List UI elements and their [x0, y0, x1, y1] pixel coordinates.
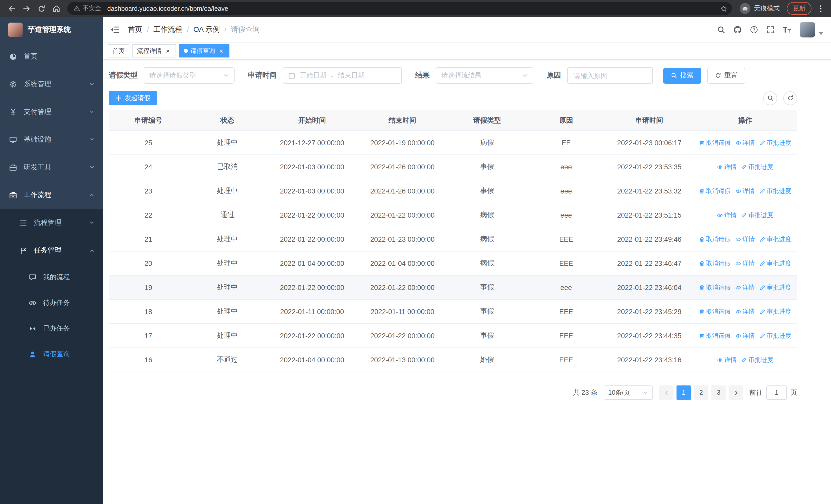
action-detail-link[interactable]: 详情: [717, 355, 737, 364]
sidebar-menu: 首页系统管理支付管理基础设施研发工具工作流程流程管理任务管理我的流程待办任务已办…: [0, 42, 103, 367]
action-label: 详情: [724, 355, 737, 364]
reason-input[interactable]: [567, 67, 653, 84]
toggle-search-button[interactable]: [763, 91, 777, 105]
submenu-workflow: 流程管理任务管理我的流程待办任务已办任务请假查询: [0, 209, 103, 367]
action-detail-link[interactable]: 详情: [717, 162, 737, 171]
cell-actions: 取消请假详情审批进度: [693, 179, 797, 203]
help-button[interactable]: [746, 22, 762, 37]
sidebar-item-process-management[interactable]: 流程管理: [0, 209, 103, 237]
tab-leave-query[interactable]: 请假查询×: [179, 44, 229, 58]
end-date-placeholder: 结束日期: [338, 71, 365, 80]
action-cancel-link[interactable]: 取消请假: [699, 186, 730, 195]
sidebar-item-my-process[interactable]: 我的流程: [0, 264, 103, 290]
action-progress-link[interactable]: 审批进度: [741, 355, 773, 364]
action-detail-link[interactable]: 详情: [717, 211, 737, 219]
sidebar-item-home[interactable]: 首页: [0, 42, 103, 70]
breadcrumb-item[interactable]: 首页: [128, 25, 142, 34]
header-search-button[interactable]: [713, 22, 729, 37]
prev-page-button[interactable]: [659, 385, 674, 400]
page-button-1[interactable]: 1: [677, 385, 691, 400]
tab-home[interactable]: 首页: [108, 44, 130, 58]
caret-down-icon[interactable]: [819, 31, 823, 36]
action-detail-link[interactable]: 详情: [735, 138, 755, 147]
action-progress-link[interactable]: 审批进度: [760, 186, 791, 195]
browser-reload-button[interactable]: [34, 2, 48, 16]
goto-page-input[interactable]: [766, 385, 787, 400]
page-size-select[interactable]: 10条/页: [604, 385, 653, 400]
sidebar-item-workflow[interactable]: 工作流程: [0, 181, 103, 209]
close-icon[interactable]: ×: [164, 47, 171, 54]
sidebar-item-done-tasks[interactable]: 已办任务: [0, 316, 103, 341]
cell-status: 处理中: [188, 276, 267, 300]
browser-forward-button[interactable]: [20, 2, 33, 16]
font-size-button[interactable]: [779, 22, 795, 37]
action-cancel-link[interactable]: 取消请假: [699, 307, 730, 316]
filter-form: 请假类型 请选择请假类型 申请时间 开始日期 - 结束日期: [109, 67, 797, 84]
action-cancel-link[interactable]: 取消请假: [699, 283, 730, 292]
logo-title: 芋道管理系统: [28, 25, 71, 34]
bookmark-star-button[interactable]: [718, 3, 729, 14]
cell-applied: 2022-01-22 23:53:35: [606, 155, 693, 179]
action-cancel-link[interactable]: 取消请假: [699, 259, 730, 268]
sidebar-item-devtools[interactable]: 研发工具: [0, 153, 103, 181]
github-button[interactable]: [730, 22, 745, 37]
action-detail-link[interactable]: 详情: [735, 186, 755, 195]
breadcrumb-item[interactable]: OA 示例: [194, 25, 220, 34]
sidebar-item-todo-tasks[interactable]: 待办任务: [0, 290, 103, 316]
close-icon[interactable]: ×: [218, 47, 225, 54]
result-select[interactable]: 请选择流结果: [436, 67, 533, 84]
action-detail-link[interactable]: 详情: [735, 235, 755, 243]
action-progress-link[interactable]: 审批进度: [760, 331, 791, 340]
search-icon: [671, 72, 677, 79]
leave-type-select[interactable]: 请选择请假类型: [144, 67, 235, 84]
action-progress-link[interactable]: 审批进度: [760, 307, 791, 316]
sidebar-fold-button[interactable]: [110, 25, 120, 34]
action-progress-link[interactable]: 审批进度: [741, 211, 773, 219]
user-avatar[interactable]: [800, 22, 815, 37]
search-button[interactable]: 搜索: [663, 67, 701, 83]
browser-back-button[interactable]: [5, 2, 19, 16]
browser-update-button[interactable]: 更新: [787, 2, 811, 15]
reset-button[interactable]: 重置: [707, 67, 745, 83]
sidebar-item-task-management[interactable]: 任务管理: [0, 237, 103, 264]
action-detail-link[interactable]: 详情: [735, 259, 755, 268]
sidebar-item-system[interactable]: 系统管理: [0, 70, 103, 98]
sidebar-item-payment[interactable]: 支付管理: [0, 98, 103, 126]
sidebar-logo[interactable]: 芋道管理系统: [0, 17, 103, 42]
sidebar-item-infrastructure[interactable]: 基础设施: [0, 126, 103, 153]
tab-process-detail[interactable]: 流程详情×: [133, 44, 176, 58]
action-detail-link[interactable]: 详情: [735, 307, 755, 316]
browser-home-button[interactable]: [49, 2, 63, 16]
action-progress-link[interactable]: 审批进度: [741, 162, 773, 171]
action-label: 详情: [742, 259, 755, 268]
cell-start: 2022-01-22 00:00:00: [267, 203, 357, 227]
fullscreen-button[interactable]: [763, 22, 778, 37]
cell-reason: EEE: [526, 324, 606, 348]
apply-time-range-picker[interactable]: 开始日期 - 结束日期: [283, 67, 402, 84]
dashboard-icon: [9, 53, 17, 60]
action-detail-link[interactable]: 详情: [735, 283, 755, 292]
action-progress-link[interactable]: 审批进度: [760, 283, 791, 292]
cell-status: 处理中: [188, 324, 267, 348]
action-progress-link[interactable]: 审批进度: [760, 259, 791, 268]
action-progress-link[interactable]: 审批进度: [760, 138, 791, 147]
action-detail-link[interactable]: 详情: [735, 331, 755, 340]
breadcrumb-item[interactable]: 工作流程: [153, 25, 182, 34]
create-leave-button[interactable]: 发起请假: [109, 91, 157, 105]
sidebar-item-leave-query[interactable]: 请假查询: [0, 341, 103, 367]
page-button-3[interactable]: 3: [711, 385, 726, 400]
next-page-button[interactable]: [729, 385, 743, 400]
action-progress-link[interactable]: 审批进度: [760, 235, 791, 243]
browser-menu-button[interactable]: [814, 2, 827, 14]
action-cancel-link[interactable]: 取消请假: [699, 235, 730, 243]
action-cancel-link[interactable]: 取消请假: [699, 138, 730, 147]
cell-actions: 取消请假详情审批进度: [693, 251, 797, 276]
action-cancel-link[interactable]: 取消请假: [699, 331, 730, 340]
message-icon: [29, 273, 36, 281]
eye-icon: [717, 164, 723, 170]
refresh-table-button[interactable]: [783, 91, 797, 105]
security-status[interactable]: 不安全: [74, 4, 101, 13]
cell-type: 事假: [448, 276, 526, 300]
page-button-2[interactable]: 2: [694, 385, 708, 400]
address-bar[interactable]: 不安全 dashboard.yudao.iocoder.cn/bpm/oa/le…: [67, 2, 732, 15]
